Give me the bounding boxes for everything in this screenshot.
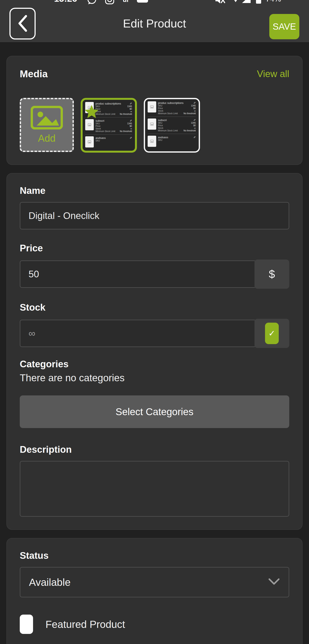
mini-product-row: subscri✎SKU1345Price$0Stock∞Minimum Stoc…	[148, 118, 196, 132]
whatsapp-icon	[87, 0, 97, 4]
stock-unlimited-toggle[interactable]: ✓	[254, 319, 289, 348]
status-bar: 15:26 ul 74%	[0, 0, 309, 4]
instagram-icon	[105, 0, 114, 4]
currency-button[interactable]: $	[254, 260, 289, 289]
mini-product-row: subscri✎SKU1345Price$0Stock∞Minimum Stoc…	[85, 119, 132, 133]
featured-product-label: Featured Product	[46, 618, 125, 630]
signal-icon	[242, 0, 251, 4]
dollar-sign: $	[269, 268, 275, 280]
stock-input[interactable]	[20, 320, 256, 347]
mini-field: Minimum Stock LimitNo threshold	[158, 130, 196, 132]
price-label: Price	[20, 243, 289, 254]
mute-icon	[214, 0, 226, 4]
mini-product-image	[148, 136, 156, 147]
mini-product-image	[148, 118, 156, 130]
check-icon: ✓	[265, 323, 279, 344]
battery-percent: 74%	[266, 0, 281, 4]
mini-product-name: produc subscriptions	[158, 101, 184, 104]
mini-product-image	[85, 119, 94, 130]
featured-product-row: Featured Product	[20, 614, 289, 634]
pencil-icon: ✎	[193, 101, 196, 104]
mini-field: Stock∞	[158, 110, 196, 112]
pencil-icon: ✎	[130, 102, 132, 105]
view-all-link[interactable]: View all	[257, 68, 289, 79]
status-card: Status Available Featured Product ✓ Enab…	[6, 538, 302, 644]
mini-field: Stock∞	[96, 110, 132, 113]
mini-product-name: subscri	[96, 119, 104, 122]
mini-field: Minimum Stock LimitNo threshold	[158, 112, 196, 115]
status-label: Status	[20, 550, 289, 561]
mini-product-image	[148, 101, 156, 112]
description-label: Description	[20, 444, 289, 455]
mini-divider	[148, 134, 196, 134]
image-icon	[31, 106, 63, 130]
mini-product-row: asdsass✎SKU	[85, 136, 132, 148]
content: Media View all Add produc subscriptions✎…	[0, 56, 309, 644]
pencil-icon: ✎	[193, 136, 196, 139]
name-input[interactable]	[20, 202, 289, 230]
screenshot-icon	[137, 0, 148, 2]
select-categories-button[interactable]: Select Categories	[20, 396, 289, 428]
page-title: Edit Product	[0, 17, 309, 30]
mini-product-name: subscri	[158, 118, 167, 122]
mini-field: Stock∞	[96, 128, 132, 130]
battery-icon	[256, 0, 261, 4]
status-time: 15:26	[54, 0, 77, 4]
mini-field: SKU1345	[158, 122, 196, 124]
categories-empty-text: There are no categories	[20, 372, 289, 384]
description-input[interactable]	[20, 461, 289, 517]
mini-field: Minimum Stock LimitNo threshold	[96, 130, 132, 133]
mini-field: Price$0	[96, 125, 132, 128]
mini-field: SKU	[158, 139, 196, 142]
add-media-label: Add	[38, 132, 56, 144]
mini-field: SKU1345	[158, 104, 196, 107]
app-header: Edit Product SAVE	[0, 4, 309, 43]
wifi-icon	[231, 0, 240, 4]
add-media-button[interactable]: Add	[20, 98, 74, 152]
pencil-icon: ✎	[193, 118, 196, 122]
mini-divider	[148, 116, 196, 117]
mini-product-row: asdsass✎SKU	[148, 136, 196, 147]
name-label: Name	[20, 185, 289, 196]
stock-label: Stock	[20, 302, 289, 313]
media-title: Media	[20, 68, 48, 80]
mini-product-row: produc subscriptions✎SKU1345Price$0Stock…	[148, 101, 196, 115]
mini-product-name: produc subscriptions	[96, 102, 121, 105]
mini-field: Price$0	[158, 107, 196, 110]
mini-field: SKU1345	[96, 122, 132, 125]
price-input[interactable]	[20, 260, 256, 288]
featured-product-checkbox[interactable]	[20, 614, 33, 634]
product-form-card: Name Price $ Stock ✓ Categories There ar…	[6, 173, 302, 530]
mini-field: SKU	[96, 140, 132, 142]
mini-product-name: asdsass	[96, 136, 106, 140]
mini-field: Price$0	[96, 108, 132, 110]
thumbnail-preview: produc subscriptions✎SKU1345Price$0Stock…	[145, 99, 199, 147]
status-select-value: Available	[29, 576, 268, 588]
mini-field: Price$0	[158, 124, 196, 127]
app-letters-icon: ul	[123, 0, 128, 4]
pencil-icon: ✎	[130, 136, 132, 140]
save-button[interactable]: SAVE	[269, 14, 299, 39]
status-select[interactable]: Available	[20, 567, 289, 598]
mini-product-name: asdsass	[158, 136, 168, 139]
mini-field: SKU1345	[96, 105, 132, 108]
categories-label: Categories	[20, 359, 289, 370]
star-icon	[85, 105, 98, 119]
media-thumbnail-selected[interactable]: produc subscriptions✎SKU1345Price$0Stock…	[81, 98, 137, 153]
mini-product-image	[85, 136, 94, 148]
media-thumbnail[interactable]: produc subscriptions✎SKU1345Price$0Stock…	[144, 98, 200, 153]
pencil-icon: ✎	[130, 119, 132, 122]
mini-field: Stock∞	[158, 127, 196, 130]
chevron-down-icon	[268, 578, 280, 586]
mini-field: Minimum Stock LimitNo threshold	[96, 113, 132, 116]
media-card: Media View all Add produc subscriptions✎…	[6, 56, 302, 165]
